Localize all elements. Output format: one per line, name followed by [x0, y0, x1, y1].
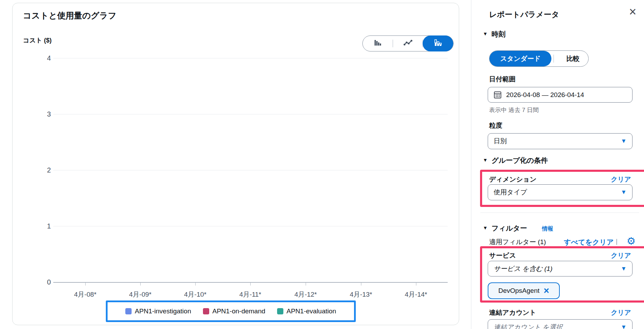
bar-chart-icon: [374, 38, 383, 49]
granularity-dropdown[interactable]: 日別 ▼: [488, 133, 633, 149]
section-header-filter[interactable]: フィルター: [492, 224, 527, 233]
bar-chart-button[interactable]: [363, 36, 393, 51]
chart-type-segmented-control: [362, 35, 454, 51]
cost-explorer-page: コストと使用量のグラフ コスト ($): [0, 0, 644, 329]
x-tick: [195, 283, 196, 286]
gridline-4: [53, 58, 448, 58]
panel-title: レポートパラメータ: [489, 9, 559, 20]
service-clear-link[interactable]: クリア: [611, 251, 631, 260]
y-tick-label: 3: [37, 110, 51, 118]
linked-account-clear-link[interactable]: クリア: [611, 308, 631, 317]
service-filter-value: サービス を含む (1): [494, 264, 552, 273]
y-axis-title: コスト ($): [23, 36, 52, 45]
dimension-value: 使用タイプ: [494, 188, 527, 197]
chevron-down-icon[interactable]: ▼: [483, 225, 488, 231]
clear-all-filters-link[interactable]: すべてをクリア: [564, 238, 614, 247]
dimension-dropdown[interactable]: 使用タイプ ▼: [488, 184, 633, 200]
chevron-down-icon: ▼: [621, 324, 627, 329]
legend-swatch: [125, 308, 132, 314]
mode-compare-button[interactable]: 比較: [558, 51, 588, 66]
section-header-group-by[interactable]: グループ化の条件: [492, 156, 548, 165]
x-tick: [250, 283, 251, 286]
x-tick-label: 4月-14*: [395, 290, 437, 299]
service-token-devopsagent[interactable]: DevOpsAgent ×: [488, 282, 560, 299]
x-tick-label: 4月-13*: [340, 290, 382, 299]
legend-label: APN1-evaluation: [286, 307, 336, 315]
linked-account-dropdown[interactable]: 連結アカウント を選択 ▼: [488, 319, 633, 329]
mode-standard-button[interactable]: スタンダード: [489, 51, 551, 66]
date-range-helper: 表示中 過去 7 日間: [489, 106, 539, 114]
report-parameters-panel: レポートパラメータ × ▼ 時刻 スタンダード 比較 日付範囲: [471, 0, 644, 329]
legend-item[interactable]: APN1-on-demand: [203, 307, 265, 315]
legend-item[interactable]: APN1-evaluation: [277, 307, 336, 315]
y-tick-label: 2: [37, 166, 51, 174]
x-tick-label: 4月-10*: [174, 290, 216, 299]
gridline-2: [53, 170, 448, 170]
date-range-label: 日付範囲: [489, 75, 516, 84]
legend-label: APN1-on-demand: [212, 307, 265, 315]
time-mode-toggle: スタンダード 比較: [489, 50, 589, 67]
gridline-3: [53, 114, 448, 114]
x-tick-label: 4月-11*: [229, 290, 271, 299]
stacked-bar-chart-button-selected[interactable]: [423, 35, 453, 51]
linked-account-label: 連結アカウント: [489, 308, 536, 317]
stacked-bar-chart-icon: [433, 38, 442, 49]
chevron-down-icon: ▼: [621, 189, 627, 196]
x-tick: [361, 283, 361, 286]
line-chart-icon: [403, 38, 413, 49]
granularity-value: 日別: [494, 137, 507, 146]
service-label: サービス: [489, 251, 516, 260]
date-range-input[interactable]: 2026-04-08 — 2026-04-14: [488, 87, 633, 103]
gear-icon[interactable]: ⚙: [627, 235, 636, 247]
chevron-down-icon[interactable]: ▼: [483, 31, 488, 37]
filter-info-link[interactable]: 情報: [542, 225, 553, 233]
calendar-icon: [494, 91, 502, 99]
line-chart-button[interactable]: [393, 36, 423, 51]
section-header-time[interactable]: 時刻: [492, 30, 505, 39]
service-filter-dropdown[interactable]: サービス を含む (1) ▼: [488, 261, 633, 276]
x-tick-label: 4月-08*: [64, 290, 106, 299]
granularity-label: 粒度: [489, 121, 502, 130]
legend-item[interactable]: APN1-investigation: [125, 307, 191, 315]
x-tick-label: 4月-09*: [119, 290, 161, 299]
chevron-down-icon: ▼: [621, 265, 627, 272]
legend-swatch: [277, 308, 283, 314]
y-tick-label: 1: [37, 222, 51, 230]
section-divider: [480, 212, 639, 213]
chart-legend-highlighted: APN1-investigation APN1-on-demand APN1-e…: [106, 300, 356, 322]
x-tick: [85, 283, 86, 286]
close-icon[interactable]: ×: [629, 5, 636, 19]
toggle-divider: [553, 55, 554, 63]
chart-title: コストと使用量のグラフ: [23, 10, 117, 21]
x-tick: [140, 283, 141, 286]
dimension-label: ディメンション: [489, 175, 536, 184]
token-label: DevOpsAgent: [498, 287, 539, 295]
y-tick-label: 0: [37, 278, 51, 286]
remove-token-icon[interactable]: ×: [544, 286, 549, 296]
chevron-down-icon[interactable]: ▼: [483, 157, 488, 163]
gridline-1: [53, 226, 448, 226]
y-tick-label: 4: [37, 54, 51, 62]
date-range-value: 2026-04-08 — 2026-04-14: [506, 91, 584, 99]
cost-usage-chart-card: コストと使用量のグラフ コスト ($): [12, 3, 459, 325]
linked-account-placeholder: 連結アカウント を選択: [494, 323, 563, 329]
applied-filters-label: 適用フィルター (1): [489, 238, 546, 247]
chevron-down-icon: ▼: [621, 138, 627, 145]
legend-swatch: [203, 308, 209, 314]
x-tick-label: 4月-12*: [285, 290, 327, 299]
x-tick: [416, 283, 416, 286]
separator: |: [616, 238, 618, 245]
legend-label: APN1-investigation: [135, 307, 191, 315]
x-tick: [306, 283, 306, 286]
dimension-clear-link[interactable]: クリア: [611, 175, 631, 184]
